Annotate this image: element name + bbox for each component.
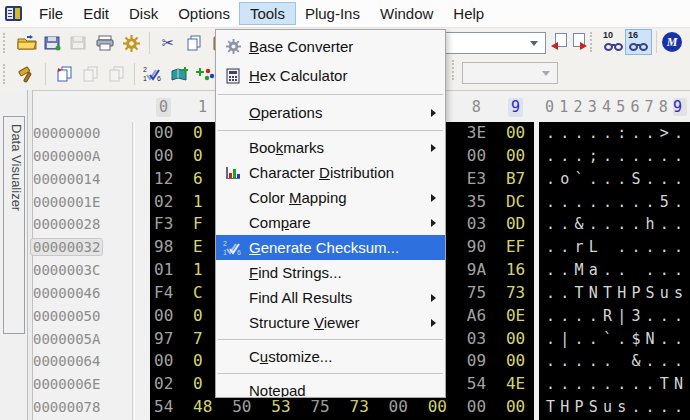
hex-byte[interactable]: 6 [193,168,203,191]
menu-item-customize[interactable]: Customize... [216,344,445,369]
hex-byte[interactable]: 00 [467,396,486,419]
ascii-row[interactable]: ........5. [539,191,690,214]
hex-byte[interactable]: 0 [193,122,203,145]
hex-byte[interactable]: F3 [154,213,173,236]
toolbar-grip[interactable] [590,32,597,52]
hex-byte[interactable]: 02 [154,373,173,396]
menubar-item-help[interactable]: Help [443,3,494,24]
hex-byte[interactable]: EF [506,236,525,259]
hex-byte[interactable]: 0 [193,305,203,328]
hex-byte[interactable]: 0 [193,373,203,396]
hex-byte[interactable]: 73 [350,396,369,419]
menu-item-structure-viewer[interactable]: Structure Viewer [216,310,445,335]
toolbar-grip[interactable] [3,64,10,84]
hex-byte[interactable]: 16 [506,259,525,282]
hex-byte[interactable]: 9A [467,259,486,282]
jump-forward-button[interactable] [569,33,587,51]
hex-byte[interactable]: 3E [467,122,486,145]
save-button[interactable] [66,30,92,56]
hex-byte[interactable]: 0D [506,213,525,236]
menu-item-notepad[interactable]: Notepad [216,378,445,398]
hex-byte[interactable]: 98 [154,236,173,259]
menubar-item-file[interactable]: File [29,3,73,24]
hex-byte[interactable]: 00 [154,350,173,373]
hex-byte[interactable]: 00 [428,396,447,419]
hex-byte[interactable]: 75 [467,282,486,305]
hex-byte[interactable]: 00 [389,396,408,419]
menubar-item-window[interactable]: Window [370,3,443,24]
hex-byte[interactable]: 50 [232,396,251,419]
hex-byte[interactable]: 00 [506,328,525,351]
toolbar-grip[interactable] [3,33,10,53]
hex-row[interactable]: 54485053757300000000 [150,396,534,419]
hammer-button[interactable] [14,61,40,87]
hex-byte[interactable]: 35 [467,191,486,214]
hex-byte[interactable]: 53 [271,396,290,419]
hex-byte[interactable]: 4E [506,373,525,396]
hex-byte[interactable]: C [193,282,203,305]
menu-item-compare[interactable]: Compare [216,210,445,235]
menu-item-find-all-results[interactable]: Find All Results [216,285,445,310]
hex-byte[interactable]: 1 [193,259,203,282]
ascii-row[interactable]: .|..`.$N.. [539,328,690,351]
decimal-view-button[interactable]: 10 [601,30,626,54]
ascii-row[interactable]: ..TNTHPSus [539,282,690,305]
toolbar-grip[interactable] [452,60,459,80]
ascii-row[interactable]: ..... &... [539,350,690,373]
ascii-row[interactable]: ...;...... [539,145,690,168]
data-visualizer-tab[interactable]: Data Visualizer [3,116,25,334]
hex-byte[interactable]: 1 [193,191,203,214]
hex-byte[interactable]: 00 [467,145,486,168]
copy-special-3-button[interactable] [103,61,129,87]
menu-item-base-converter[interactable]: Base Converter [216,32,445,61]
menubar-item-tools[interactable]: Tools [240,3,295,24]
hex-byte[interactable]: 00 [154,145,173,168]
menu-item-color-mapping[interactable]: Color Mapping [216,185,445,210]
ascii-row[interactable]: ..Ma.. ... [539,259,690,282]
hex-byte[interactable]: A6 [467,305,486,328]
hex-byte[interactable]: 73 [506,282,525,305]
hex-byte[interactable]: 00 [506,145,525,168]
ascii-row[interactable]: .o`...S... [539,168,690,191]
hex-view-button[interactable]: 16 [626,30,651,54]
menu-item-bookmarks[interactable]: Bookmarks [216,135,445,160]
menu-item-generate-checksum[interactable]: 216Generate Checksum... [216,235,445,260]
hex-byte[interactable]: 75 [310,396,329,419]
ascii-row[interactable]: .....:..>. [539,122,690,145]
print-button[interactable] [92,30,118,56]
results-combobox[interactable] [462,62,558,84]
hex-byte[interactable]: 09 [467,350,486,373]
copy-special-2-button[interactable] [77,61,103,87]
menubar-item-edit[interactable]: Edit [73,3,119,24]
hex-byte[interactable]: 7 [193,328,203,351]
hex-byte[interactable]: 0 [193,350,203,373]
ascii-row[interactable]: ..rL ..... [539,236,690,259]
hex-byte[interactable]: E3 [467,168,486,191]
menubar-item-options[interactable]: Options [168,3,240,24]
menu-item-character-distribution[interactable]: Character Distribution [216,160,445,185]
cut-button[interactable]: ✂ [155,30,181,56]
menu-item-operations[interactable]: Operations [216,99,445,126]
hex-byte[interactable]: F [193,213,203,236]
copy-button[interactable] [181,30,207,56]
hex-byte[interactable]: F4 [154,282,173,305]
generate-checksum-button[interactable]: 216 [140,61,166,87]
motorola-icon[interactable]: M [662,32,682,52]
hex-byte[interactable]: 97 [154,328,173,351]
hex-byte[interactable]: 03 [467,328,486,351]
menu-item-find-strings[interactable]: Find Strings... [216,260,445,285]
hex-byte[interactable]: 12 [154,168,173,191]
add-book-button[interactable] [166,61,192,87]
hex-byte[interactable]: 00 [506,122,525,145]
hex-byte[interactable]: 48 [193,396,212,419]
hex-byte[interactable]: 00 [506,396,525,419]
hex-byte[interactable]: E [193,236,203,259]
ascii-panel[interactable]: .....:..>....;.......o`...S...........5.… [539,122,690,420]
hex-byte[interactable]: 00 [506,350,525,373]
ascii-row[interactable]: ........TN [539,373,690,396]
hex-byte[interactable]: 01 [154,259,173,282]
hex-byte[interactable]: B7 [506,168,525,191]
menubar-item-plug-ins[interactable]: Plug-Ins [295,3,370,24]
hex-byte[interactable]: DC [506,191,525,214]
open-file-button[interactable] [14,30,40,56]
